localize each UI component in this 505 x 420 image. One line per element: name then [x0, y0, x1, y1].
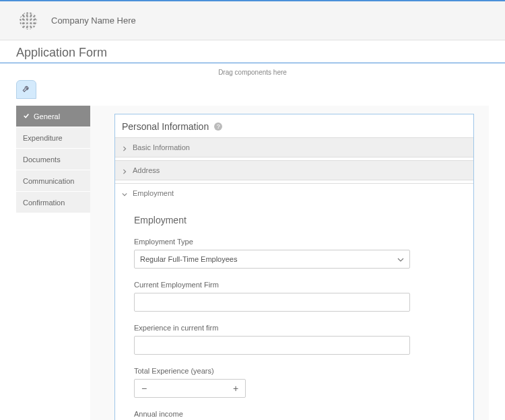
personal-info-panel: Personal Information ? Basic Information… [114, 114, 474, 420]
chevron-right-icon [122, 145, 127, 150]
page-title-row: Application Form [0, 40, 505, 63]
sidebar-tab-expenditure[interactable]: Expenditure [16, 127, 90, 149]
main-area: Personal Information ? Basic Information… [90, 106, 489, 420]
sidebar-tab-label: Expenditure [23, 134, 63, 142]
chevron-down-icon [122, 190, 127, 196]
experience-firm-field: Experience in current firm [134, 324, 454, 355]
employment-heading: Employment [134, 215, 454, 225]
chevron-down-icon [397, 255, 404, 263]
top-bar: Company Name Here [0, 0, 505, 40]
company-name: Company Name Here [51, 15, 136, 26]
sidebar-tab-label: Confirmation [23, 199, 65, 207]
section-basic-info[interactable]: Basic Information [115, 137, 473, 158]
section-label: Basic Information [133, 143, 190, 151]
panel-title: Personal Information [122, 121, 209, 132]
sidebar-tab-confirmation[interactable]: Confirmation [16, 192, 90, 213]
stepper-minus[interactable]: − [135, 383, 154, 394]
sidebar-tab-communication[interactable]: Communication [16, 170, 90, 192]
employment-type-field: Employment Type Regular Full-Time Employ… [134, 238, 454, 269]
sidebar: General Expenditure Documents Communicat… [16, 106, 90, 420]
current-firm-label: Current Employment Firm [134, 281, 454, 289]
wrench-icon [22, 84, 31, 96]
annual-income-label: Annual income [134, 410, 454, 418]
sidebar-tab-label: Documents [23, 155, 61, 164]
panel-header: Personal Information ? [115, 114, 473, 137]
employment-body: Employment Employment Type Regular Full-… [115, 203, 473, 420]
sidebar-tab-documents[interactable]: Documents [16, 149, 90, 170]
sidebar-tab-general[interactable]: General [16, 106, 90, 127]
total-experience-stepper[interactable]: − + [134, 379, 246, 398]
check-icon [23, 112, 30, 120]
current-firm-input[interactable] [134, 293, 410, 312]
employment-type-value: Regular Full-Time Employees [140, 255, 237, 263]
help-icon[interactable]: ? [214, 123, 222, 131]
section-label: Address [133, 166, 160, 174]
page-title: Application Form [16, 46, 489, 60]
experience-firm-input[interactable] [134, 336, 410, 355]
section-label: Employment [133, 189, 174, 197]
annual-income-field: Annual income Below $20000 $20000–$50000 [134, 410, 454, 420]
sidebar-tab-label: Communication [23, 177, 74, 185]
stepper-plus[interactable]: + [226, 383, 245, 394]
employment-type-label: Employment Type [134, 238, 454, 246]
section-address[interactable]: Address [115, 160, 473, 180]
current-firm-field: Current Employment Firm [134, 281, 454, 312]
drag-hint: Drag components here [0, 63, 505, 80]
total-experience-label: Total Experience (years) [134, 367, 454, 375]
wrench-button[interactable] [16, 80, 36, 99]
company-logo [16, 9, 40, 33]
toolbar [0, 80, 505, 106]
experience-firm-label: Experience in current firm [134, 324, 454, 332]
employment-type-select[interactable]: Regular Full-Time Employees [134, 250, 410, 269]
section-employment[interactable]: Employment [115, 183, 473, 203]
sidebar-tab-label: General [34, 112, 60, 120]
total-experience-field: Total Experience (years) − + [134, 367, 454, 398]
chevron-right-icon [122, 168, 127, 173]
